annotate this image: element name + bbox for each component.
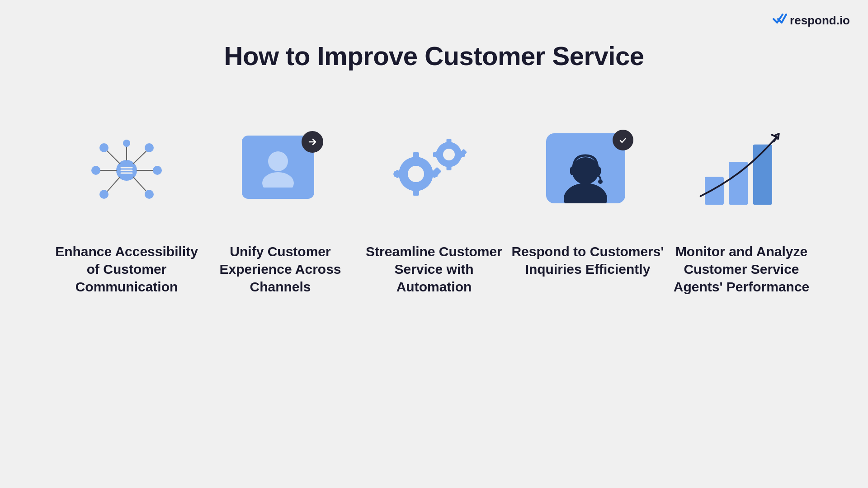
card-streamline-automation: Streamline Customer Service with Automat… bbox=[357, 125, 511, 296]
svg-point-7 bbox=[153, 166, 162, 175]
card-enhance-accessibility: Enhance Accessibility of Customer Commun… bbox=[50, 125, 203, 296]
icon-agent bbox=[542, 125, 633, 216]
svg-rect-46 bbox=[705, 177, 724, 205]
svg-point-45 bbox=[618, 135, 628, 145]
svg-rect-42 bbox=[570, 166, 576, 175]
svg-point-21 bbox=[408, 166, 424, 182]
logo: respond.io bbox=[773, 13, 850, 28]
svg-line-14 bbox=[133, 177, 147, 192]
svg-point-18 bbox=[268, 151, 288, 171]
svg-point-19 bbox=[262, 172, 294, 188]
svg-point-31 bbox=[443, 149, 455, 160]
card-label-2: Unify Customer Experience Across Channel… bbox=[203, 243, 357, 296]
svg-point-44 bbox=[598, 179, 603, 184]
svg-rect-48 bbox=[753, 145, 772, 205]
card-label-5: Monitor and Analyze Customer Service Age… bbox=[665, 243, 818, 296]
icon-chart bbox=[696, 125, 787, 216]
svg-point-11 bbox=[145, 143, 154, 152]
svg-point-40 bbox=[564, 183, 607, 203]
card-respond-inquiries: Respond to Customers' Inquiries Efficien… bbox=[511, 125, 665, 278]
svg-rect-33 bbox=[447, 165, 452, 170]
icon-gears bbox=[389, 125, 479, 216]
svg-point-5 bbox=[91, 166, 100, 175]
svg-point-13 bbox=[99, 190, 108, 199]
logo-text: respond.io bbox=[790, 14, 850, 28]
card-monitor-analyze: Monitor and Analyze Customer Service Age… bbox=[665, 125, 818, 296]
card-label-4: Respond to Customers' Inquiries Efficien… bbox=[511, 243, 665, 278]
svg-line-8 bbox=[107, 150, 120, 164]
svg-point-9 bbox=[99, 143, 108, 152]
card-label-3: Streamline Customer Service with Automat… bbox=[357, 243, 511, 296]
card-label-1: Enhance Accessibility of Customer Commun… bbox=[50, 243, 203, 296]
svg-line-12 bbox=[107, 177, 120, 192]
svg-line-10 bbox=[133, 150, 147, 164]
svg-rect-22 bbox=[413, 152, 419, 159]
cards-container: Enhance Accessibility of Customer Commun… bbox=[0, 125, 868, 296]
logo-check-icon bbox=[773, 13, 787, 28]
svg-rect-23 bbox=[413, 189, 419, 196]
page-title: How to Improve Customer Service bbox=[0, 41, 868, 71]
icon-profile bbox=[235, 125, 326, 216]
icon-network bbox=[81, 125, 172, 216]
svg-point-17 bbox=[123, 140, 130, 147]
card-unify-experience: Unify Customer Experience Across Channel… bbox=[203, 125, 357, 296]
svg-rect-32 bbox=[447, 139, 452, 144]
svg-point-15 bbox=[145, 190, 154, 199]
